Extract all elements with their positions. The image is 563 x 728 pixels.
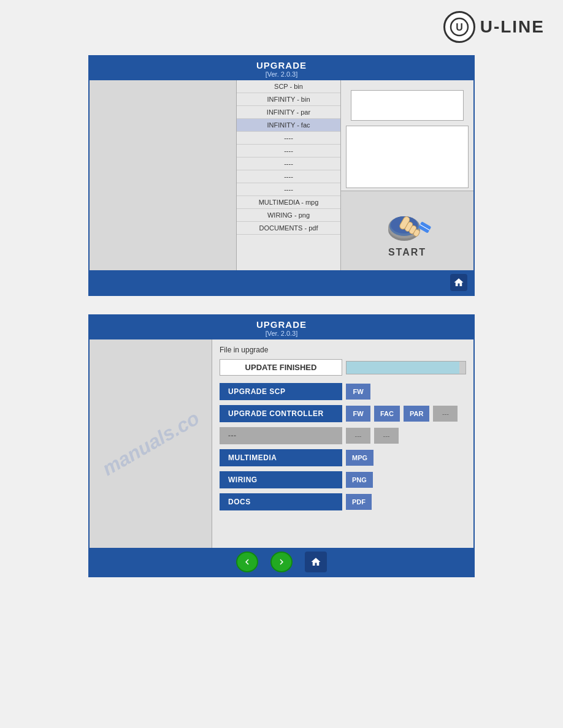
upgrade-controller-par-button[interactable]: PAR <box>404 406 429 422</box>
file-upgrade-label: File in upgrade <box>220 346 466 354</box>
panel1-start-area: START <box>341 191 473 270</box>
panel2-header: UPGRADE [Ver. 2.0.3] <box>90 316 473 339</box>
panel1-left-area <box>90 80 237 270</box>
upgrade-controller-fac-button[interactable]: FAC <box>374 406 400 422</box>
panel1-home-button[interactable] <box>450 274 467 291</box>
panel1-title: UPGRADE <box>96 60 467 70</box>
progress-bar-fill <box>347 362 459 374</box>
wiring-button[interactable]: WIRING <box>220 471 342 488</box>
panel1-version: [Ver. 2.0.3] <box>96 70 467 78</box>
menu-item-infinity-bin[interactable]: INFINITY - bin <box>237 93 340 106</box>
watermark-overlay: manuals.co <box>90 339 212 548</box>
svg-text:U: U <box>456 22 463 32</box>
panel1-menu: SCP - bin INFINITY - bin INFINITY - par … <box>237 80 341 270</box>
multimedia-row: MULTIMEDIA MPG <box>220 449 466 466</box>
menu-item-infinity-par[interactable]: INFINITY - par <box>237 106 340 119</box>
panel1-right: START <box>341 80 473 270</box>
docs-row: DOCS PDF <box>220 493 466 510</box>
panel2-title: UPGRADE <box>96 319 467 330</box>
panel1-input-mid <box>346 126 469 188</box>
wiring-row: WIRING PNG <box>220 471 466 488</box>
panel2-back-button[interactable] <box>236 552 258 572</box>
menu-item-blank4[interactable]: ---- <box>237 170 340 183</box>
menu-item-blank2[interactable]: ---- <box>237 145 340 157</box>
update-finished-box: UPDATE FINISHED <box>220 359 342 376</box>
menu-item-multimedia[interactable]: MULTIMEDIA - mpg <box>237 196 340 209</box>
panel2-right: File in upgrade UPDATE FINISHED UPGRADE … <box>212 339 473 548</box>
panel2-version: [Ver. 2.0.3] <box>96 330 467 337</box>
uline-logo-text: U-LINE <box>480 17 545 37</box>
panel1-body: SCP - bin INFINITY - bin INFINITY - par … <box>90 80 473 270</box>
panel2: UPGRADE [Ver. 2.0.3] manuals.co File in … <box>88 314 475 577</box>
upgrade-scp-fw-button[interactable]: FW <box>346 384 370 400</box>
blank-dots2-button[interactable]: --- <box>374 428 399 444</box>
menu-item-documents[interactable]: DOCUMENTS - pdf <box>237 222 340 235</box>
panel1: UPGRADE [Ver. 2.0.3] SCP - bin INFINITY … <box>88 55 475 296</box>
panel1-input-top <box>351 90 464 121</box>
panel2-home-button[interactable] <box>305 552 327 572</box>
wiring-png-button[interactable]: PNG <box>346 472 373 488</box>
panel2-forward-button[interactable] <box>270 552 293 572</box>
panel2-footer <box>90 548 473 576</box>
uline-logo-circle: U <box>443 11 475 43</box>
panel1-footer <box>90 270 473 295</box>
progress-bar <box>346 361 466 374</box>
blank-button[interactable]: --- <box>220 427 342 444</box>
menu-item-blank1[interactable]: ---- <box>237 132 340 145</box>
panels-container: UPGRADE [Ver. 2.0.3] SCP - bin INFINITY … <box>0 49 563 602</box>
upgrade-scp-row: UPGRADE SCP FW <box>220 383 466 400</box>
multimedia-mpg-button[interactable]: MPG <box>346 450 373 466</box>
menu-item-scp-bin[interactable]: SCP - bin <box>237 80 340 93</box>
panel2-body: manuals.co File in upgrade UPDATE FINISH… <box>90 339 473 548</box>
multimedia-button[interactable]: MULTIMEDIA <box>220 449 342 466</box>
uline-logo: U U-LINE <box>443 11 545 43</box>
menu-item-wiring[interactable]: WIRING - png <box>237 209 340 222</box>
docs-button[interactable]: DOCS <box>220 493 342 510</box>
blank-row: --- --- --- <box>220 427 466 444</box>
upgrade-controller-dots-button[interactable]: --- <box>433 406 458 422</box>
panel2-left-area: manuals.co <box>90 339 212 548</box>
menu-item-infinity-fac[interactable]: INFINITY - fac <box>237 119 340 132</box>
upgrade-controller-button[interactable]: UPGRADE CONTROLLER <box>220 405 342 422</box>
header: U U-LINE <box>0 0 563 49</box>
blank-dots1-button[interactable]: --- <box>346 428 370 444</box>
upgrade-controller-fw-button[interactable]: FW <box>346 406 370 422</box>
menu-item-blank3[interactable]: ---- <box>237 157 340 170</box>
docs-pdf-button[interactable]: PDF <box>346 494 372 510</box>
upgrade-scp-button[interactable]: UPGRADE SCP <box>220 383 342 400</box>
panel1-header: UPGRADE [Ver. 2.0.3] <box>90 56 473 80</box>
upgrade-controller-row: UPGRADE CONTROLLER FW FAC PAR --- <box>220 405 466 422</box>
menu-item-blank5[interactable]: ---- <box>237 183 340 196</box>
start-icon <box>383 204 432 247</box>
watermark-text: manuals.co <box>98 407 203 480</box>
update-row: UPDATE FINISHED <box>220 359 466 376</box>
start-button[interactable]: START <box>383 204 432 258</box>
start-label: START <box>388 247 426 258</box>
